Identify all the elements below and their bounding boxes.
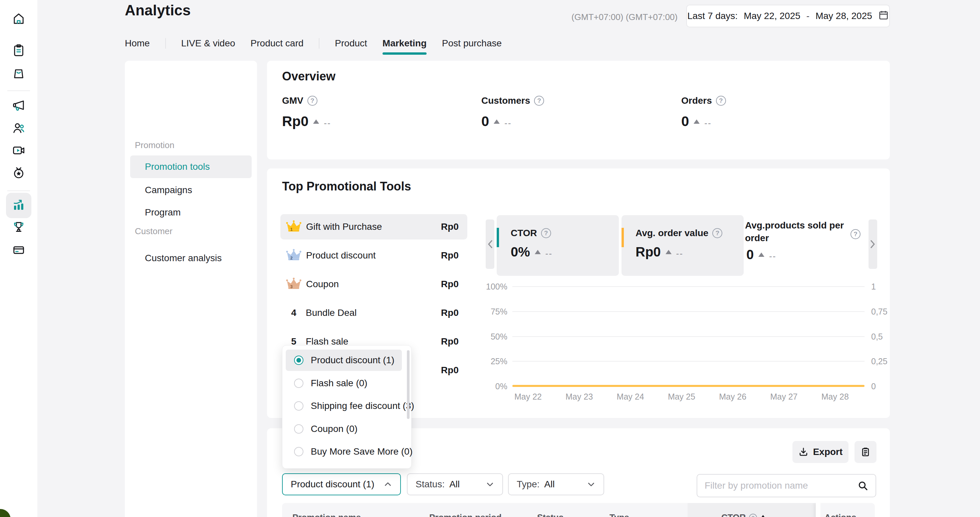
trend-up-icon bbox=[494, 119, 500, 124]
column-header-ctor[interactable]: CTOR bbox=[721, 512, 766, 517]
promotion-search-input[interactable] bbox=[705, 480, 858, 491]
tab-post-purchase[interactable]: Post purchase bbox=[442, 38, 502, 49]
type-select[interactable]: Type: All bbox=[508, 473, 604, 495]
info-icon[interactable] bbox=[307, 96, 317, 106]
tab-live-video[interactable]: LIVE & video bbox=[181, 38, 235, 49]
rail-item-customers[interactable] bbox=[6, 116, 31, 141]
carousel-next-button[interactable] bbox=[869, 219, 877, 269]
status-select[interactable]: Status: All bbox=[407, 473, 503, 495]
top-tool-row-bundle-deal[interactable]: 4 Bundle Deal Rp0 bbox=[280, 300, 467, 325]
sidebar-item-campaigns[interactable]: Campaigns bbox=[130, 179, 252, 201]
tab-home[interactable]: Home bbox=[125, 38, 150, 49]
info-icon[interactable] bbox=[541, 228, 551, 238]
column-header-promotion-name[interactable]: Promotion name bbox=[293, 512, 361, 517]
timezone-label: (GMT+07:00) (GMT+07:00) bbox=[571, 12, 678, 22]
radio-icon[interactable] bbox=[294, 447, 304, 456]
svg-text:2: 2 bbox=[290, 256, 293, 260]
status-value: All bbox=[449, 479, 460, 490]
tool-label: Product discount bbox=[306, 250, 441, 261]
top-tool-row-product-discount[interactable]: 2 Product discount Rp0 bbox=[280, 243, 467, 268]
dropdown-option-coupon-0[interactable]: Coupon (0) bbox=[286, 418, 405, 439]
export-button[interactable]: Export bbox=[792, 441, 848, 463]
tool-label: Bundle Deal bbox=[306, 308, 441, 318]
ctor-data-line bbox=[512, 385, 864, 387]
y-axis-tick-left: 25% bbox=[477, 357, 508, 366]
x-axis-tick: May 24 bbox=[607, 392, 654, 401]
column-header-label: Actions bbox=[824, 512, 856, 517]
search-icon[interactable] bbox=[858, 480, 868, 491]
report-list-button[interactable] bbox=[854, 441, 877, 463]
rail-item-rewards[interactable] bbox=[6, 215, 31, 241]
info-icon[interactable] bbox=[712, 228, 722, 238]
top-tool-row-coupon[interactable]: 3 Coupon Rp0 bbox=[280, 271, 467, 297]
chart-gridline bbox=[512, 336, 864, 337]
chevron-down-icon bbox=[486, 480, 494, 488]
dropdown-option-flash-sale-0[interactable]: Flash sale (0) bbox=[286, 373, 405, 394]
column-header-status[interactable]: Status bbox=[537, 512, 563, 517]
top-tool-row-gift-with-purchase[interactable]: 1 Gift with Purchase Rp0 bbox=[280, 214, 467, 239]
dropdown-option-product-discount-1[interactable]: Product discount (1) bbox=[286, 350, 402, 371]
info-icon[interactable] bbox=[851, 229, 861, 239]
radio-icon[interactable] bbox=[294, 379, 304, 388]
tab-product-card[interactable]: Product card bbox=[251, 38, 304, 49]
x-axis-tick: May 22 bbox=[505, 392, 551, 401]
sidebar-icon-rail bbox=[0, 0, 37, 517]
rail-item-orders[interactable] bbox=[6, 38, 31, 64]
metric-label: Orders bbox=[681, 95, 712, 106]
orders-icon bbox=[12, 43, 26, 59]
column-header-label: Promotion name bbox=[293, 512, 361, 517]
info-icon[interactable] bbox=[749, 514, 757, 517]
sidebar-item-promotion-tools[interactable]: Promotion tools bbox=[130, 155, 252, 178]
products-icon bbox=[12, 66, 26, 81]
dropdown-option-shipping-fee-discount-3[interactable]: Shipping fee discount (3) bbox=[286, 395, 405, 417]
column-header-type[interactable]: Type bbox=[609, 512, 629, 517]
rail-item-finance[interactable] bbox=[6, 238, 31, 263]
rail-item-analytics[interactable] bbox=[6, 193, 31, 218]
sidebar-item-program[interactable]: Program bbox=[130, 201, 252, 224]
chevron-down-icon bbox=[587, 480, 595, 488]
dropdown-option-label: Product discount (1) bbox=[311, 355, 395, 366]
rail-item-home[interactable] bbox=[6, 7, 31, 32]
rail-item-video[interactable] bbox=[6, 138, 31, 164]
metric-card-ctor[interactable]: CTOR 0%-- bbox=[497, 215, 619, 276]
rail-item-marketing[interactable] bbox=[6, 94, 31, 119]
dropdown-option-label: Coupon (0) bbox=[311, 423, 358, 434]
tool-value: Rp0 bbox=[441, 308, 459, 318]
metric-card-value: 0 bbox=[746, 247, 754, 262]
chart-gridline bbox=[512, 361, 864, 362]
info-icon[interactable] bbox=[534, 96, 544, 106]
radio-icon[interactable] bbox=[294, 355, 304, 365]
promotion-table-header: Promotion name Promotion period Status T… bbox=[282, 503, 875, 517]
metric-card-avg-order-value[interactable]: Avg. order value Rp0-- bbox=[622, 215, 744, 276]
sort-asc-icon[interactable] bbox=[760, 515, 766, 517]
dropdown-scrollbar[interactable] bbox=[407, 350, 410, 419]
info-icon[interactable] bbox=[716, 96, 726, 106]
top-tools-title: Top Promotional Tools bbox=[282, 179, 411, 193]
sidebar-item-label: Program bbox=[145, 207, 181, 218]
x-axis-tick: May 25 bbox=[658, 392, 705, 401]
rail-item-live[interactable] bbox=[6, 161, 31, 186]
radio-icon[interactable] bbox=[294, 401, 304, 411]
page-title: Analytics bbox=[125, 2, 191, 19]
sidebar-item-customer-analysis[interactable]: Customer analysis bbox=[130, 247, 252, 270]
status-label: Status: bbox=[415, 479, 445, 490]
promotion-type-value: Product discount (1) bbox=[291, 479, 374, 490]
date-range-picker[interactable]: Last 7 days: May 22, 2025 - May 28, 2025 bbox=[686, 5, 890, 27]
column-header-promotion-period[interactable]: Promotion period bbox=[429, 512, 502, 517]
carousel-prev-button[interactable] bbox=[486, 219, 494, 269]
dropdown-option-buy-more-save-more-0[interactable]: Buy More Save More (0) bbox=[286, 441, 405, 462]
metric-card-avg-products-sold-per-order[interactable]: Avg.products sold per order 0-- bbox=[745, 215, 869, 276]
rail-divider bbox=[7, 190, 30, 191]
tab-product[interactable]: Product bbox=[335, 38, 367, 49]
rank-crown-icon: 3 bbox=[286, 277, 301, 291]
rail-item-products[interactable] bbox=[6, 61, 31, 86]
nav-section-promotion: Promotion bbox=[135, 140, 175, 151]
calendar-icon bbox=[878, 10, 889, 23]
tool-value: Rp0 bbox=[441, 250, 459, 261]
tab-label: Post purchase bbox=[442, 38, 502, 48]
promotion-type-select[interactable]: Product discount (1) bbox=[282, 473, 401, 495]
tab-label: Product bbox=[335, 38, 367, 48]
column-header-actions[interactable]: Actions bbox=[824, 512, 856, 517]
radio-icon[interactable] bbox=[294, 424, 304, 434]
tab-marketing[interactable]: Marketing bbox=[382, 38, 426, 49]
